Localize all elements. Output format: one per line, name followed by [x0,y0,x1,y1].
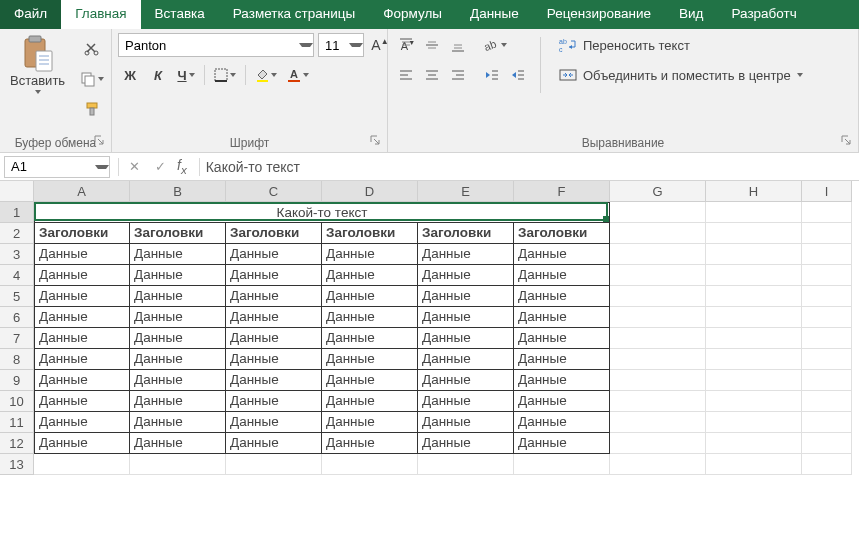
align-right-button[interactable] [446,63,470,87]
cell[interactable] [802,307,852,328]
cell[interactable] [514,454,610,475]
increase-indent-button[interactable] [506,63,530,87]
cell[interactable] [802,328,852,349]
cell[interactable] [610,328,706,349]
cell[interactable]: Заголовки [34,223,130,244]
cell[interactable]: Данные [322,412,418,433]
cell[interactable] [610,265,706,286]
column-header[interactable]: B [130,181,226,202]
cell[interactable] [610,454,706,475]
cell[interactable] [802,433,852,454]
column-header[interactable]: A [34,181,130,202]
align-top-button[interactable] [394,33,418,57]
cell[interactable]: Данные [226,370,322,391]
cell[interactable] [610,391,706,412]
cell[interactable] [802,223,852,244]
cell[interactable] [610,370,706,391]
cancel-formula-button[interactable]: ✕ [121,156,147,178]
font-size-combo[interactable] [318,33,364,57]
orientation-button[interactable]: ab [480,33,510,57]
underline-button[interactable]: Ч [174,63,198,87]
row-header[interactable]: 11 [0,412,34,433]
cell[interactable]: Данные [322,265,418,286]
cell[interactable] [802,265,852,286]
cell[interactable]: Данные [34,349,130,370]
row-header[interactable]: 10 [0,391,34,412]
borders-button[interactable] [211,63,239,87]
cell[interactable] [130,454,226,475]
cell[interactable]: Данные [514,349,610,370]
column-header[interactable]: H [706,181,802,202]
font-dialog-launcher[interactable] [369,134,383,148]
cell[interactable] [706,286,802,307]
cell[interactable]: Данные [514,412,610,433]
cell[interactable] [610,202,706,223]
cell[interactable]: Данные [34,370,130,391]
menu-tab-8[interactable]: Разработч [717,0,810,29]
cell[interactable]: Данные [322,286,418,307]
cell[interactable]: Данные [34,307,130,328]
row-header[interactable]: 13 [0,454,34,475]
cell[interactable]: Данные [34,433,130,454]
cell[interactable] [226,454,322,475]
cell[interactable]: Данные [34,328,130,349]
align-center-button[interactable] [420,63,444,87]
cell[interactable]: Данные [418,349,514,370]
cell[interactable] [802,349,852,370]
wrap-text-button[interactable]: abc Переносить текст [551,33,811,57]
cell[interactable]: Данные [322,370,418,391]
cell[interactable]: Данные [418,286,514,307]
cell[interactable]: Данные [418,391,514,412]
italic-button[interactable]: К [146,63,170,87]
row-header[interactable]: 7 [0,328,34,349]
cell[interactable]: Данные [34,265,130,286]
cell[interactable]: Данные [130,307,226,328]
cell[interactable]: Данные [418,433,514,454]
menu-tab-1[interactable]: Главная [61,0,140,29]
menu-tab-5[interactable]: Данные [456,0,533,29]
menu-tab-4[interactable]: Формулы [369,0,456,29]
cell[interactable] [706,328,802,349]
font-name-combo[interactable] [118,33,314,57]
cell[interactable] [706,412,802,433]
cell[interactable]: Данные [226,391,322,412]
merged-title-cell[interactable]: Какой-то текст [34,202,610,223]
cell[interactable]: Заголовки [130,223,226,244]
cell[interactable]: Данные [130,370,226,391]
cell[interactable]: Данные [322,244,418,265]
column-header[interactable]: C [226,181,322,202]
cell[interactable]: Данные [130,286,226,307]
cell[interactable]: Данные [418,265,514,286]
select-all-corner[interactable] [0,181,34,202]
cell[interactable]: Данные [226,433,322,454]
spreadsheet-grid[interactable]: ABCDEFGHI1Какой-то текст2ЗаголовкиЗаголо… [0,181,859,475]
cell[interactable]: Данные [226,328,322,349]
cell[interactable] [706,349,802,370]
row-header[interactable]: 6 [0,307,34,328]
cell[interactable] [706,370,802,391]
copy-button[interactable] [77,67,107,91]
merge-center-button[interactable]: Объединить и поместить в центре [551,63,811,87]
cell[interactable]: Данные [226,244,322,265]
name-box[interactable] [4,156,110,178]
cell[interactable]: Данные [322,433,418,454]
fill-color-button[interactable] [252,63,280,87]
row-header[interactable]: 2 [0,223,34,244]
cell[interactable]: Данные [226,265,322,286]
cell[interactable]: Заголовки [418,223,514,244]
alignment-dialog-launcher[interactable] [840,134,854,148]
cell[interactable] [418,454,514,475]
row-header[interactable]: 3 [0,244,34,265]
cell[interactable] [610,244,706,265]
align-left-button[interactable] [394,63,418,87]
cell[interactable]: Заголовки [322,223,418,244]
cell[interactable]: Данные [226,286,322,307]
cell[interactable] [706,454,802,475]
cell[interactable]: Данные [322,391,418,412]
cell[interactable]: Данные [130,328,226,349]
cell[interactable] [610,433,706,454]
column-header[interactable]: G [610,181,706,202]
column-header[interactable]: F [514,181,610,202]
cell[interactable]: Данные [418,370,514,391]
menu-tab-7[interactable]: Вид [665,0,717,29]
